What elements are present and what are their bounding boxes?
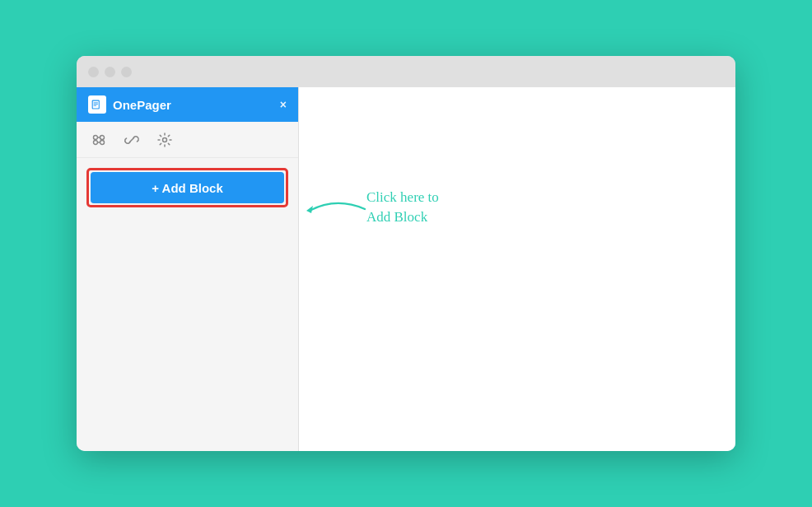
main-area: Click here to Add Block — [299, 87, 735, 451]
svg-line-11 — [130, 137, 134, 142]
annotation-line1: Click here to — [366, 189, 439, 205]
sidebar-title: OnePager — [113, 98, 171, 112]
sidebar-toolbar — [77, 122, 298, 158]
traffic-light-close[interactable] — [88, 67, 99, 77]
annotation-line2: Add Block — [366, 209, 427, 225]
traffic-light-minimize[interactable] — [105, 67, 115, 77]
svg-rect-4 — [94, 105, 97, 106]
link-settings-icon[interactable] — [88, 129, 110, 151]
annotation-text: Click here to Add Block — [366, 188, 439, 227]
svg-rect-2 — [94, 102, 98, 103]
sidebar-body: + Add Block — [77, 158, 298, 451]
traffic-light-maximize[interactable] — [121, 67, 132, 77]
add-block-button[interactable]: + Add Block — [91, 172, 284, 203]
browser-window: OnePager × — [77, 56, 735, 451]
svg-point-9 — [100, 140, 105, 144]
sidebar-header-left: OnePager — [88, 95, 171, 114]
svg-rect-3 — [94, 104, 98, 105]
svg-point-8 — [94, 140, 98, 144]
link-icon[interactable] — [121, 129, 142, 151]
svg-point-5 — [94, 135, 98, 139]
gear-icon[interactable] — [154, 129, 175, 151]
browser-content: OnePager × — [77, 87, 735, 451]
add-block-button-wrapper: + Add Block — [86, 168, 288, 207]
browser-titlebar — [77, 56, 735, 87]
svg-point-6 — [100, 135, 105, 139]
sidebar: OnePager × — [77, 87, 299, 451]
sidebar-header: OnePager × — [77, 87, 298, 122]
svg-point-12 — [163, 137, 167, 142]
onepager-logo — [88, 95, 106, 114]
svg-marker-13 — [306, 206, 313, 213]
annotation-arrow — [303, 193, 369, 226]
traffic-lights — [88, 67, 132, 77]
sidebar-close-button[interactable]: × — [280, 98, 287, 111]
